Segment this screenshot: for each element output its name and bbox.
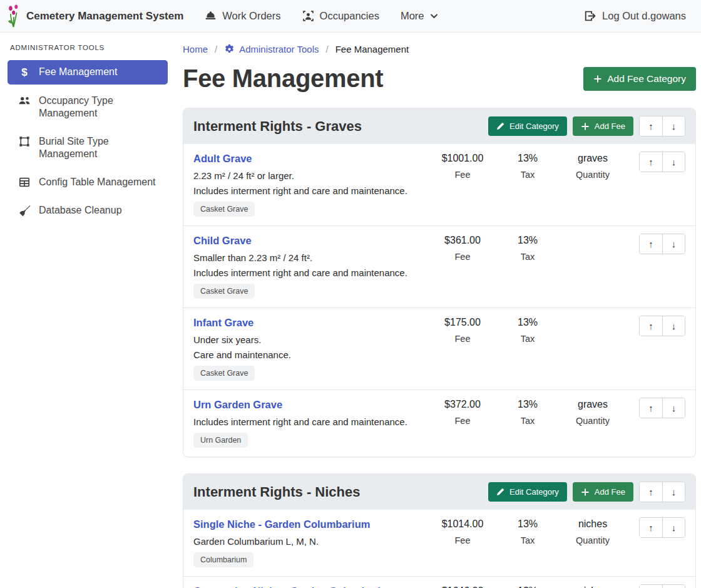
arrow-up-icon: ↑ (648, 403, 653, 413)
sidebar-item-occupancy-type-management[interactable]: Occupancy Type Management (8, 89, 168, 125)
fee-category-title: Interment Rights - Graves (193, 118, 483, 135)
people-icon (18, 95, 31, 106)
table-icon (18, 177, 31, 188)
edit-category-label: Edit Category (509, 121, 559, 131)
sidebar-heading: ADMINISTRATOR TOOLS (10, 44, 168, 51)
edit-category-button[interactable]: Edit Category (488, 482, 567, 502)
sidebar-item-fee-management[interactable]: $Fee Management (8, 60, 168, 85)
fee-amount-column: $1014.00 Fee (430, 517, 495, 545)
fee-quantity-value: graves (560, 399, 625, 410)
move-fee-up-button[interactable]: ↑ (640, 316, 662, 336)
sidebar-item-burial-site-type-management[interactable]: Burial Site Type Management (8, 130, 168, 166)
add-fee-category-button[interactable]: Add Fee Category (583, 67, 696, 91)
fee-name-link[interactable]: Child Grave (193, 235, 252, 247)
fee-details: Single Niche - Garden Columbarium Garden… (193, 517, 430, 567)
move-fee-up-button[interactable]: ↑ (640, 152, 662, 172)
move-fee-down-button[interactable]: ↓ (662, 398, 685, 418)
move-fee-down-button[interactable]: ↓ (662, 585, 685, 588)
fee-amount-value: $1001.00 (430, 153, 495, 164)
add-fee-button[interactable]: Add Fee (573, 482, 633, 502)
fee-name-link[interactable]: Adult Grave (193, 153, 252, 165)
pencil-icon (496, 488, 504, 496)
app-title: Cemetery Management System (26, 10, 183, 23)
page-title: Fee Management (183, 64, 383, 93)
fee-tax-column: 13% Tax (495, 152, 560, 180)
sidebar-item-database-cleanup[interactable]: Database Cleanup (8, 199, 168, 222)
fee-type-badge: Columbarium (193, 552, 253, 567)
breadcrumb-separator: / (325, 44, 328, 54)
chevron-down-icon (430, 12, 438, 20)
fee-name-link[interactable]: Single Niche - Garden Columbarium (193, 518, 370, 530)
arrow-down-icon: ↓ (672, 121, 677, 132)
add-fee-button[interactable]: Add Fee (573, 116, 633, 136)
breadcrumb-separator: / (215, 44, 217, 54)
fee-amount-value: $175.00 (430, 317, 495, 328)
fee-row: Single Niche - Garden Columbarium Garden… (183, 510, 695, 577)
logout-button[interactable]: Log Out d.gowans (584, 10, 686, 22)
sidebar-item-config-table-management[interactable]: Config Table Management (8, 170, 168, 194)
fee-tax-value: 13% (495, 399, 560, 410)
fee-amount-column: $361.00 Fee (430, 234, 495, 262)
fee-name-link[interactable]: Infant Grave (193, 317, 253, 329)
nav-item-more[interactable]: More (393, 5, 446, 27)
move-fee-down-button[interactable]: ↓ (662, 234, 685, 254)
category-reorder-controls: ↑ ↓ (639, 482, 685, 502)
fee-list: Single Niche - Garden Columbarium Garden… (183, 510, 695, 588)
fee-amount-label: Fee (430, 170, 495, 180)
fee-quantity-column: niches Quantity (560, 517, 625, 545)
move-category-down-button[interactable]: ↓ (662, 116, 685, 136)
fee-amount-label: Fee (430, 535, 495, 545)
fee-details: Adult Grave 2.23 m² / 24 ft² or larger. … (193, 152, 430, 217)
fee-description-secondary: Care and maintenance. (193, 349, 430, 360)
move-fee-down-button[interactable]: ↓ (662, 152, 685, 172)
move-category-up-button[interactable]: ↑ (640, 116, 662, 136)
move-fee-down-button[interactable]: ↓ (662, 316, 685, 336)
fee-category-list: Interment Rights - Graves Edit Category … (183, 108, 696, 588)
plus-icon (581, 122, 590, 131)
fee-description-secondary: Includes interment right and care and ma… (193, 185, 430, 196)
fee-amount-column: $1646.00 Fee (430, 584, 495, 588)
fee-tax-value: 13% (495, 153, 560, 164)
sidebar-item-label: Fee Management (39, 66, 117, 78)
move-category-down-button[interactable]: ↓ (662, 482, 685, 502)
breadcrumb: Home / Administrator Tools / Fee Managem… (183, 40, 696, 54)
arrow-up-icon: ↑ (648, 321, 653, 331)
move-fee-down-button[interactable]: ↓ (662, 518, 685, 537)
fee-reorder-controls: ↑ ↓ (639, 234, 685, 254)
fee-name-link[interactable]: Urn Garden Grave (193, 399, 282, 411)
fee-quantity-column: graves Quantity (560, 152, 625, 180)
gear-icon (224, 44, 235, 54)
fee-details: Urn Garden Grave Includes interment righ… (193, 398, 430, 448)
fee-row: Companion Niche - Garden Columbarium Gar… (183, 577, 695, 588)
fee-tax-column: 13% Tax (495, 584, 560, 588)
fee-details: Infant Grave Under six years. Care and m… (193, 316, 430, 381)
nav-item-occupancies[interactable]: Occupancies (295, 5, 387, 27)
fee-reorder-controls: ↑ ↓ (639, 316, 685, 336)
logout-icon (584, 10, 596, 22)
fee-description: Under six years. (193, 334, 430, 345)
app-brand[interactable]: Cemetery Management System (6, 4, 183, 28)
fee-tax-label: Tax (495, 535, 560, 545)
fee-reorder-controls: ↑ ↓ (639, 398, 685, 418)
fee-tax-value: 13% (495, 317, 560, 328)
fee-quantity-label: Quantity (560, 535, 625, 545)
breadcrumb-admin-tools-link[interactable]: Administrator Tools (224, 44, 319, 54)
nav-item-work-orders[interactable]: Work Orders (197, 5, 288, 27)
fee-name-link[interactable]: Companion Niche - Garden Columbarium (193, 585, 396, 588)
move-fee-up-button[interactable]: ↑ (640, 398, 662, 418)
move-category-up-button[interactable]: ↑ (640, 482, 662, 502)
fee-list: Adult Grave 2.23 m² / 24 ft² or larger. … (183, 144, 695, 456)
fee-description: Garden Columbarium L, M, N. (193, 536, 430, 547)
breadcrumb-home-label: Home (183, 44, 208, 54)
fee-quantity-value: graves (560, 153, 625, 164)
move-fee-up-button[interactable]: ↑ (640, 518, 662, 537)
breadcrumb-home-link[interactable]: Home (183, 44, 208, 54)
fee-amount-value: $1014.00 (430, 518, 495, 530)
arrow-up-icon: ↑ (648, 121, 653, 132)
move-fee-up-button[interactable]: ↑ (640, 585, 662, 588)
breadcrumb-admin-tools-label: Administrator Tools (239, 44, 319, 54)
fee-row: Child Grave Smaller than 2.23 m² / 24 ft… (183, 226, 695, 308)
edit-category-button[interactable]: Edit Category (488, 116, 567, 136)
pencil-icon (496, 122, 504, 130)
move-fee-up-button[interactable]: ↑ (640, 234, 662, 254)
